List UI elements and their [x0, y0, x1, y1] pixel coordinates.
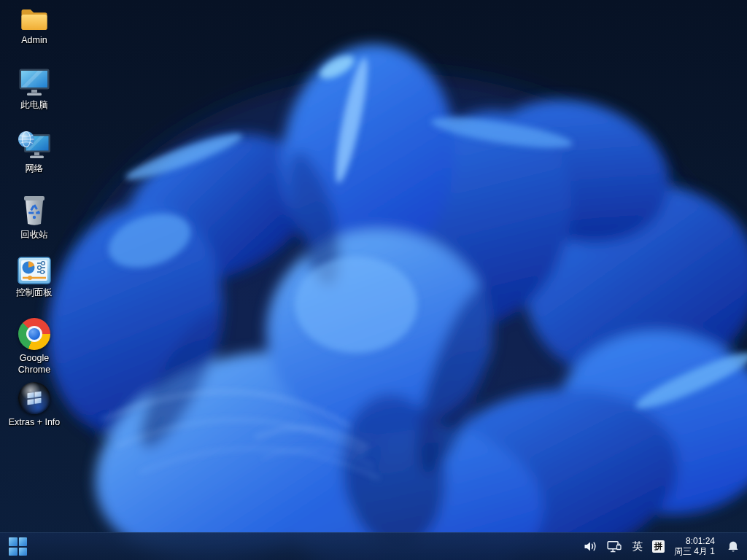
desktop-icon-network[interactable]: 网络 — [1, 130, 68, 174]
desktop-icon-label: 网络 — [26, 163, 44, 174]
desktop-icon-google-chrome[interactable]: Google Chrome — [1, 318, 68, 376]
taskbar: 英 拼 8:01:24 周三 4月 1 — [0, 532, 747, 560]
desktop-icon-label: 此电脑 — [20, 99, 48, 111]
volume-icon[interactable] — [584, 540, 597, 553]
control-panel-icon — [18, 257, 51, 284]
windows-orb-icon — [18, 382, 50, 414]
system-tray: 英 拼 8:01:24 周三 4月 1 — [584, 533, 747, 560]
chrome-icon — [18, 318, 50, 350]
desktop-icon-label: Admin — [21, 34, 47, 46]
ime-indicator[interactable]: 拼 — [652, 540, 665, 553]
clock-date: 周三 4月 1 — [674, 547, 715, 557]
notification-bell-icon[interactable] — [727, 540, 740, 553]
desktop-icon-label: 控制面板 — [16, 287, 53, 298]
desktop-icon-control-panel[interactable]: 控制面板 — [1, 257, 68, 298]
language-indicator[interactable]: 英 — [632, 540, 643, 553]
desktop-icon-extras-info[interactable]: Extras + Info — [1, 382, 68, 428]
folder-icon — [19, 6, 50, 32]
network-tray-icon[interactable] — [607, 540, 622, 553]
desktop-icon-label: Extras + Info — [9, 416, 61, 428]
desktop-icon-recycle-bin[interactable]: 回收站 — [1, 193, 68, 241]
desktop-icon-admin[interactable]: Admin — [1, 6, 68, 46]
desktop-wallpaper — [0, 0, 747, 560]
this-pc-icon — [18, 68, 50, 97]
clock[interactable]: 8:01:24 周三 4月 1 — [674, 537, 715, 556]
start-button[interactable] — [9, 537, 27, 556]
desktop-icon-label: Google Chrome — [2, 352, 66, 376]
clock-time: 8:01:24 — [674, 537, 715, 547]
recycle-bin-icon — [21, 193, 47, 227]
desktop-icon-this-pc[interactable]: 此电脑 — [1, 68, 68, 111]
desktop-icon-label: 回收站 — [20, 229, 48, 241]
network-globe-icon — [18, 130, 51, 160]
